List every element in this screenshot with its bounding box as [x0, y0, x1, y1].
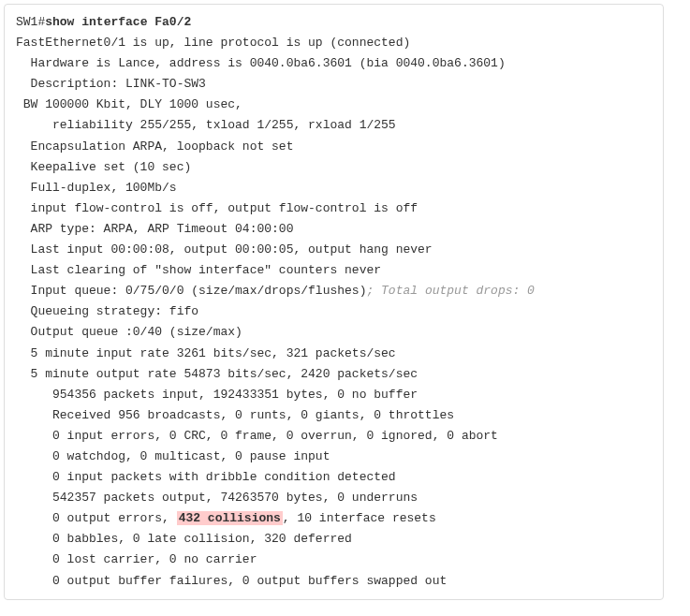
command: show interface Fa0/2 [45, 15, 191, 29]
output-line: 954356 packets input, 192433351 bytes, 0… [16, 385, 652, 405]
output-line: 542357 packets output, 74263570 bytes, 0… [16, 488, 652, 508]
output-line: Encapsulation ARPA, loopback not set [16, 137, 652, 157]
output-line: Keepalive set (10 sec) [16, 157, 652, 178]
output-line: 0 babbles, 0 late collision, 320 deferre… [16, 529, 652, 550]
output-text: Input queue: 0/75/0/0 (size/max/drops/fl… [16, 284, 366, 298]
output-line: ARP type: ARPA, ARP Timeout 04:00:00 [16, 219, 652, 240]
output-line: 0 output errors, 432 collisions, 10 inte… [16, 508, 652, 529]
output-line: BW 100000 Kbit, DLY 1000 usec, [16, 95, 652, 115]
output-text: 0 output errors, [16, 511, 177, 525]
output-line: Hardware is Lance, address is 0040.0ba6.… [16, 53, 652, 74]
output-line: 0 watchdog, 0 multicast, 0 pause input [16, 447, 652, 467]
output-line: 0 output buffer failures, 0 output buffe… [16, 571, 652, 592]
output-line: Description: LINK-TO-SW3 [16, 74, 652, 95]
output-line: Output queue :0/40 (size/max) [16, 322, 652, 343]
command-line: SW1#show interface Fa0/2 [16, 12, 652, 33]
output-line: Last input 00:00:08, output 00:00:05, ou… [16, 240, 652, 260]
output-line: FastEthernet0/1 is up, line protocol is … [16, 33, 652, 53]
output-line: 0 input errors, 0 CRC, 0 frame, 0 overru… [16, 426, 652, 447]
output-line: 5 minute input rate 3261 bits/sec, 321 p… [16, 344, 652, 364]
output-line: 0 input packets with dribble condition d… [16, 467, 652, 488]
output-line: input flow-control is off, output flow-c… [16, 198, 652, 219]
comment-text: ; Total output drops: 0 [366, 284, 534, 298]
output-line: Last clearing of "show interface" counte… [16, 260, 652, 281]
output-line: 0 lost carrier, 0 no carrier [16, 550, 652, 570]
output-line: 5 minute output rate 54873 bits/sec, 242… [16, 364, 652, 385]
output-line: Input queue: 0/75/0/0 (size/max/drops/fl… [16, 281, 652, 301]
collisions-highlight: 432 collisions [177, 511, 283, 525]
output-line: Full-duplex, 100Mb/s [16, 178, 652, 198]
output-text: , 10 interface resets [283, 511, 436, 525]
output-line: Received 956 broadcasts, 0 runts, 0 gian… [16, 405, 652, 426]
output-line: reliability 255/255, txload 1/255, rxloa… [16, 115, 652, 136]
output-line: Queueing strategy: fifo [16, 301, 652, 322]
prompt: SW1# [16, 15, 45, 29]
terminal-output: SW1#show interface Fa0/2FastEthernet0/1 … [4, 4, 664, 600]
